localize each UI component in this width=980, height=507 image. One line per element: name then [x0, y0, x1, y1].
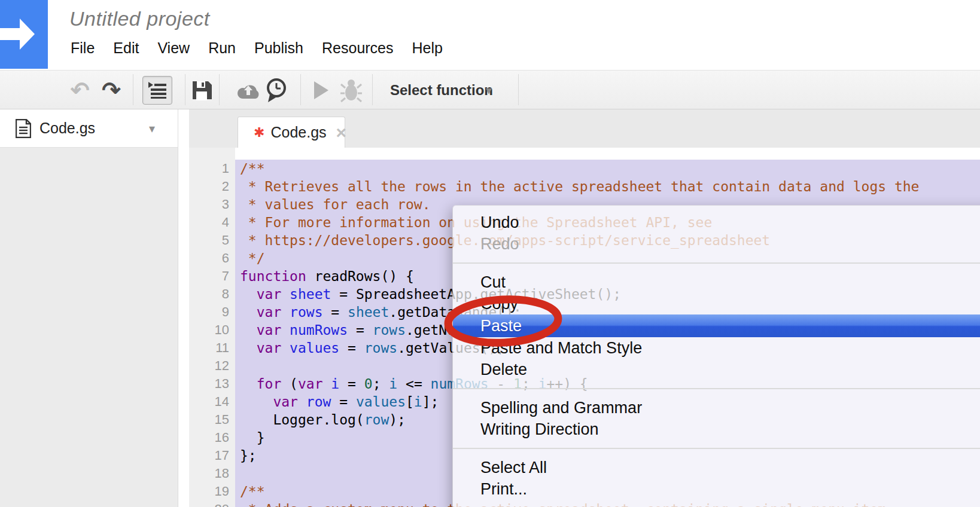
context-menu-separator: [453, 262, 980, 264]
tab-strip: ✱ Code.gs ×: [189, 109, 980, 148]
menubar: FileEditViewRunPublishResourcesHelp: [71, 39, 443, 57]
line-number: 4: [189, 213, 235, 231]
debug-button[interactable]: [336, 71, 366, 110]
context-menu-separator: [453, 388, 980, 389]
save-icon: [191, 80, 212, 100]
toolbar-separator: [518, 74, 519, 105]
menu-item-redo: Redo: [453, 233, 980, 255]
tab-close-icon[interactable]: ×: [336, 127, 347, 139]
menu-item-paste[interactable]: Paste: [453, 314, 980, 337]
menu-item-copy[interactable]: Copy: [453, 293, 980, 314]
line-number: 14: [189, 393, 235, 411]
line-number: 10: [189, 321, 235, 339]
toolbar: ↶ ↷: [0, 70, 980, 109]
toolbar-separator: [185, 74, 185, 105]
panel-divider: [178, 109, 189, 507]
menu-item-print[interactable]: Print...: [453, 478, 980, 500]
history-icon: [264, 78, 288, 103]
project-title[interactable]: Untitled project: [69, 7, 210, 30]
menu-item-cut[interactable]: Cut: [453, 271, 980, 293]
tab-code-gs[interactable]: ✱ Code.gs ×: [238, 117, 345, 148]
undo-icon: ↶: [71, 79, 90, 102]
line-number: 18: [189, 465, 235, 482]
menu-item-writing-direction[interactable]: Writing Direction: [453, 419, 980, 440]
apps-script-editor-window: Untitled project FileEditViewRunPublishR…: [0, 0, 980, 507]
deploy-button[interactable]: [235, 71, 262, 110]
cloud-upload-icon: [236, 82, 261, 99]
line-number: 5: [189, 231, 235, 249]
debug-icon: [340, 78, 362, 102]
line-number: 15: [189, 411, 235, 429]
menu-publish[interactable]: Publish: [254, 39, 303, 57]
menu-item-undo[interactable]: Undo: [453, 212, 980, 233]
line-number: 11: [189, 339, 235, 357]
line-number: 20: [189, 500, 235, 507]
indent-icon: [148, 82, 166, 99]
line-number: 13: [189, 375, 235, 393]
menu-item-delete[interactable]: Delete: [453, 359, 980, 380]
undo-button[interactable]: ↶: [67, 71, 93, 110]
menu-run[interactable]: Run: [208, 39, 236, 57]
line-number: 3: [189, 196, 235, 213]
header: Untitled project FileEditViewRunPublishR…: [0, 0, 980, 70]
line-number: 9: [189, 303, 235, 321]
line-number: 12: [189, 357, 235, 375]
save-button[interactable]: [188, 71, 215, 110]
context-menu: UndoRedoCutCopyPastePaste and Match Styl…: [452, 205, 980, 507]
line-number: 1: [189, 160, 235, 178]
run-button[interactable]: [308, 71, 334, 110]
toolbar-separator: [219, 74, 220, 105]
menu-view[interactable]: View: [157, 39, 190, 57]
menu-item-select-all[interactable]: Select All: [453, 457, 980, 478]
indent-button[interactable]: [142, 76, 172, 105]
menu-file[interactable]: File: [71, 39, 95, 57]
line-number: 7: [189, 267, 235, 285]
menu-item-paste-and-match-style[interactable]: Paste and Match Style: [453, 337, 980, 359]
arrow-logo-icon: [0, 19, 48, 50]
history-button[interactable]: [262, 71, 291, 110]
line-number: 6: [189, 249, 235, 267]
apps-script-logo[interactable]: [0, 0, 48, 69]
toolbar-separator: [372, 74, 373, 105]
file-document-icon: [16, 119, 31, 138]
context-menu-separator: [453, 448, 980, 449]
file-name: Code.gs: [39, 120, 95, 137]
select-function-dropdown[interactable]: Select function: [390, 71, 493, 110]
line-number-gutter: 1234567891011121314151617181920: [189, 148, 235, 507]
sidebar-item-code-gs[interactable]: Code.gs ▾: [0, 109, 178, 148]
line-number: 19: [189, 482, 235, 500]
code-line-1: /**: [235, 160, 980, 178]
run-icon: [314, 81, 328, 99]
code-line-2: * Retrieves all the rows in the active s…: [235, 178, 980, 196]
menu-help[interactable]: Help: [412, 39, 443, 57]
menu-edit[interactable]: Edit: [113, 39, 139, 57]
line-number: 17: [189, 447, 235, 465]
file-menu-caret-icon[interactable]: ▾: [149, 121, 155, 136]
redo-button[interactable]: ↷: [98, 71, 124, 110]
menu-item-spelling-and-grammar[interactable]: Spelling and Grammar: [453, 397, 980, 419]
line-number: 16: [189, 429, 235, 447]
line-number: 2: [189, 178, 235, 196]
chevron-down-icon[interactable]: ▾: [486, 71, 492, 110]
files-sidebar: Code.gs ▾: [0, 109, 178, 507]
unsaved-changes-icon: ✱: [254, 125, 264, 141]
tab-label: Code.gs: [270, 124, 326, 141]
toolbar-separator: [133, 74, 133, 105]
toolbar-separator: [300, 74, 301, 105]
line-number: 8: [189, 285, 235, 303]
menu-resources[interactable]: Resources: [322, 39, 394, 57]
redo-icon: ↷: [102, 79, 121, 102]
